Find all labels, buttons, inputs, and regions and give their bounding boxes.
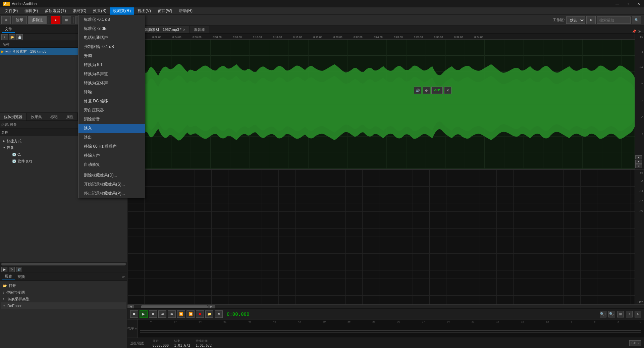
menu-file[interactable]: 文件(F) bbox=[1, 7, 21, 15]
tab-markers[interactable]: 标记 bbox=[46, 113, 62, 120]
toolbar-selection-btn[interactable]: ▭ bbox=[75, 16, 85, 24]
col-duration: 持续时间 bbox=[102, 42, 126, 47]
file-icon: mp3 bbox=[5, 49, 11, 54]
history-item-stretch[interactable]: ↕ 伸缩与变调 bbox=[1, 289, 126, 296]
h-scroll-thumb[interactable] bbox=[141, 305, 208, 308]
tab-effects[interactable]: 效果集 bbox=[27, 113, 46, 120]
toolbar-separator-2 bbox=[73, 17, 73, 23]
close-button[interactable]: ✕ bbox=[633, 0, 644, 7]
stretch-icon: ↕ bbox=[3, 291, 4, 294]
transport-fwd-btn[interactable]: ⏩ bbox=[177, 310, 185, 318]
menu-effects[interactable]: 效果(S) bbox=[90, 7, 110, 15]
menu-favorites[interactable]: 收藏夹(R) bbox=[110, 7, 134, 15]
level-close-btn[interactable]: ✕ bbox=[135, 327, 137, 330]
search-input[interactable] bbox=[597, 16, 631, 24]
menu-multitrack[interactable]: 多轨混音(T) bbox=[41, 7, 69, 15]
db-center: -∞ bbox=[641, 82, 643, 85]
history-item-open[interactable]: 📂 打开 bbox=[1, 282, 126, 289]
transport-pause-btn[interactable]: ⏸ bbox=[149, 310, 157, 318]
tick-16: 0:16.00 bbox=[293, 36, 302, 39]
tab-mixer[interactable]: 混音器 bbox=[190, 26, 209, 33]
zoom-out-btn[interactable]: 🔍- bbox=[608, 311, 615, 317]
maximize-button[interactable]: □ bbox=[623, 0, 633, 7]
wave-icon-btn[interactable]: ≋ bbox=[1, 16, 11, 24]
tree-item-c-drive[interactable]: 💽 C: bbox=[7, 151, 126, 158]
transport-rwd-btn[interactable]: ⏪ bbox=[186, 310, 195, 318]
db-0: dB bbox=[640, 35, 643, 38]
files-new-btn[interactable]: + bbox=[1, 34, 8, 40]
minimize-button[interactable]: — bbox=[612, 0, 623, 7]
toolbar-record-btn[interactable]: ● bbox=[51, 16, 60, 24]
wave-mode-button[interactable]: 波形 bbox=[12, 16, 27, 24]
transport-start-btn[interactable]: ⏮ bbox=[168, 310, 176, 318]
toolbar-snap-btn[interactable]: ⊞ bbox=[62, 16, 71, 24]
zoom-vertical-btn[interactable]: ↕ bbox=[626, 311, 633, 317]
multitrack-mode-button[interactable]: 多轨道 bbox=[28, 16, 47, 24]
tree-label-shortcuts: 快捷方式 bbox=[7, 139, 21, 144]
tree-item-devices[interactable]: ▼ 设备 bbox=[1, 144, 126, 151]
transport-record-btn[interactable]: ⏺ bbox=[196, 310, 204, 318]
col-status: 状态 bbox=[82, 42, 102, 47]
scroll-right-btn[interactable]: ▶ bbox=[208, 305, 215, 308]
tab-video[interactable]: 视频 bbox=[15, 274, 28, 280]
marker-btn-1[interactable]: 🔊 bbox=[414, 87, 421, 94]
tab-history[interactable]: 历史 bbox=[2, 273, 15, 280]
main-layout: 文件 ≫ + 📂 💾 名称 状态 持续时间 ▶ mp3 音频素材 - 1967.… bbox=[0, 26, 644, 348]
marker-close-btn[interactable]: ✕ bbox=[444, 87, 451, 94]
editor-tab-extras: 📌 ≫ bbox=[632, 30, 644, 33]
transport-loop-btn[interactable]: ↻ bbox=[215, 310, 223, 318]
editor-tab-label: 编辑器: 音频素材 - 1967.mp3 * bbox=[131, 27, 181, 32]
h-scrollbar[interactable]: ◀ ▶ bbox=[127, 304, 644, 308]
scroll-left-btn[interactable]: ◀ bbox=[127, 305, 134, 308]
history-item-convert[interactable]: ↻ 转换采样类型 bbox=[1, 296, 126, 302]
db-marker[interactable]: -0dB bbox=[431, 87, 443, 94]
toolbar-time-btn[interactable]: ⏱ bbox=[86, 16, 96, 24]
tree-item-d-drive[interactable]: 💽 软件 (D:) bbox=[7, 158, 126, 164]
search-btn[interactable]: 🔍 bbox=[632, 16, 641, 24]
menu-view[interactable]: 视图(V) bbox=[134, 7, 154, 15]
menu-edit[interactable]: 编辑(E) bbox=[21, 7, 41, 15]
history-item-deesser[interactable]: ✦ DeEsser bbox=[1, 302, 126, 309]
workspace-settings-btn[interactable]: ⚙ bbox=[586, 16, 596, 24]
tab-waveform-editor[interactable]: 编辑器: 音频素材 - 1967.mp3 * ✕ bbox=[127, 26, 190, 33]
channel-btn[interactable]: C bbox=[635, 164, 642, 168]
transport-end-btn[interactable]: ⏭ bbox=[158, 310, 166, 318]
zoom-in-btn[interactable]: 🔍+ bbox=[600, 311, 606, 317]
transport-stop-btn[interactable]: ⏹ bbox=[130, 310, 138, 318]
menu-clip[interactable]: 素材(C) bbox=[69, 7, 90, 15]
tab-close-btn[interactable]: ✕ bbox=[183, 28, 185, 32]
expand-up-btn[interactable]: ▲ bbox=[635, 155, 642, 159]
files-open-btn[interactable]: 📂 bbox=[9, 34, 15, 40]
bottom-info-row: 选区/视图 开始 0:00.000 结束 1:01.672 持续时间 1:01.… bbox=[127, 338, 644, 348]
tree-children-devices: 💽 C: 💽 软件 (D:) bbox=[1, 151, 126, 164]
transport-folder-btn[interactable]: 📁 bbox=[205, 310, 213, 318]
workspace-dropdown[interactable]: 默认 bbox=[566, 16, 585, 24]
zoom-fit-btn[interactable]: ⊞ bbox=[617, 311, 624, 317]
marker-btn-2[interactable]: ⊙ bbox=[423, 87, 430, 94]
editor-tabs: 编辑器: 音频素材 - 1967.mp3 * ✕ 混音器 📌 ≫ bbox=[127, 26, 644, 34]
menu-help[interactable]: 帮助(H) bbox=[175, 7, 196, 15]
files-save-btn[interactable]: 💾 bbox=[16, 34, 23, 40]
tab-media-browser[interactable]: 媒体浏览器 bbox=[0, 113, 27, 120]
tick-34: 0:34.00 bbox=[474, 36, 483, 39]
transport-play-btn[interactable]: ▶ bbox=[140, 310, 148, 318]
sel-end-group: 结束 1:01.672 bbox=[174, 339, 190, 347]
zoom-vertical-out-btn[interactable]: ↕- bbox=[635, 311, 641, 317]
left-panel: 文件 ≫ + 📂 💾 名称 状态 持续时间 ▶ mp3 音频素材 - 1967.… bbox=[0, 26, 127, 348]
media-scroll-thumb[interactable] bbox=[1, 263, 126, 265]
media-scrollbar[interactable] bbox=[0, 262, 127, 266]
nav-speaker-btn[interactable]: 🔊 bbox=[16, 267, 22, 272]
nav-play-btn[interactable]: ▶ bbox=[1, 267, 7, 272]
tick-24: 0:24.00 bbox=[374, 36, 383, 39]
waveform-display[interactable]: 🔊 ⊙ -0dB ✕ bbox=[132, 40, 635, 169]
tab-properties[interactable]: 属性 bbox=[62, 113, 78, 120]
toolbar-separator bbox=[49, 17, 49, 23]
tick-28: 0:28.00 bbox=[414, 36, 423, 39]
nav-loop-btn[interactable]: ↻ bbox=[9, 267, 15, 272]
menu-window[interactable]: 窗口(W) bbox=[154, 7, 175, 15]
files-tab[interactable]: 文件 bbox=[2, 26, 15, 33]
tree-item-shortcuts[interactable]: ▶ 快捷方式 bbox=[1, 138, 126, 144]
file-item[interactable]: ▶ mp3 音频素材 - 1967.mp3 ★ 1:01.672 bbox=[0, 48, 127, 55]
expand-dn-btn[interactable]: ▼ bbox=[635, 160, 642, 164]
selection-title: 选区/视图 bbox=[130, 341, 145, 346]
